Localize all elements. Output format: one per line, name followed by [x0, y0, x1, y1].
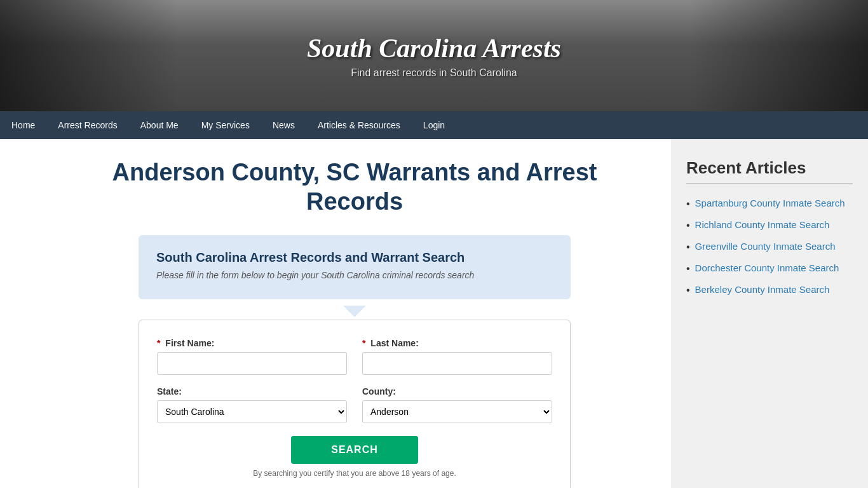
search-button[interactable]: SEARCH	[291, 436, 418, 464]
page-title: Anderson County, SC Warrants and Arrest …	[64, 158, 646, 216]
sidebar-title: Recent Articles	[686, 158, 853, 184]
site-title-wrap: South Carolina Arrests Find arrest recor…	[307, 33, 561, 79]
nav-item-arrest-records[interactable]: Arrest Records	[46, 111, 128, 139]
sidebar-link-greenville[interactable]: Greenville County Inmate Search	[695, 240, 836, 253]
search-box-subtitle: Please fill in the form below to begin y…	[156, 270, 553, 280]
county-group: County: Anderson Abbeville Aiken Berkele…	[362, 386, 552, 423]
sidebar-link-dorchester[interactable]: Dorchester County Inmate Search	[695, 262, 839, 274]
list-item: • Spartanburg County Inmate Search	[686, 197, 853, 210]
list-item: • Berkeley County Inmate Search	[686, 283, 853, 296]
last-name-required: *	[362, 338, 365, 348]
header-bars-right	[690, 0, 868, 111]
search-info-box: South Carolina Arrest Records and Warran…	[139, 235, 571, 299]
sidebar-link-berkeley[interactable]: Berkeley County Inmate Search	[695, 283, 830, 296]
state-group: State: South Carolina Alabama Alaska	[157, 386, 347, 423]
header-bars-left	[0, 0, 178, 111]
first-name-input[interactable]	[157, 352, 347, 375]
list-item: • Greenville County Inmate Search	[686, 240, 853, 253]
sidebar-link-richland[interactable]: Richland County Inmate Search	[695, 219, 830, 231]
sidebar-articles-list: • Spartanburg County Inmate Search • Ric…	[686, 197, 853, 296]
main-nav: Home Arrest Records About Me My Services…	[0, 111, 868, 139]
nav-item-about[interactable]: About Me	[129, 111, 190, 139]
site-header: South Carolina Arrests Find arrest recor…	[0, 0, 868, 111]
bullet-icon: •	[686, 285, 690, 296]
form-location-row: State: South Carolina Alabama Alaska Cou…	[157, 386, 552, 423]
list-item: • Richland County Inmate Search	[686, 219, 853, 231]
nav-item-services[interactable]: My Services	[190, 111, 261, 139]
main-content: Anderson County, SC Warrants and Arrest …	[0, 139, 671, 488]
state-label: State:	[157, 386, 347, 396]
site-tagline: Find arrest records in South Carolina	[307, 67, 561, 79]
last-name-label: * Last Name:	[362, 338, 552, 348]
last-name-group: * Last Name:	[362, 338, 552, 375]
first-name-label: * First Name:	[157, 338, 347, 348]
county-label: County:	[362, 386, 552, 396]
list-item: • Dorchester County Inmate Search	[686, 262, 853, 274]
sidebar: Recent Articles • Spartanburg County Inm…	[671, 139, 868, 488]
form-note: By searching you certify that you are ab…	[157, 469, 552, 478]
sidebar-link-spartanburg[interactable]: Spartanburg County Inmate Search	[695, 197, 845, 210]
county-select[interactable]: Anderson Abbeville Aiken Berkeley Dorche…	[362, 400, 552, 423]
first-name-group: * First Name:	[157, 338, 347, 375]
bullet-icon: •	[686, 198, 690, 210]
nav-item-login[interactable]: Login	[412, 111, 456, 139]
arrow-down-indicator	[64, 306, 646, 320]
last-name-input[interactable]	[362, 352, 552, 375]
site-title: South Carolina Arrests	[307, 33, 561, 64]
bullet-icon: •	[686, 263, 690, 274]
search-form-wrap: * First Name: * Last Name: State:	[139, 320, 571, 488]
main-wrap: Anderson County, SC Warrants and Arrest …	[0, 139, 868, 488]
bullet-icon: •	[686, 241, 690, 253]
bullet-icon: •	[686, 220, 690, 231]
nav-item-home[interactable]: Home	[0, 111, 46, 139]
nav-item-articles[interactable]: Articles & Resources	[306, 111, 412, 139]
search-box-title: South Carolina Arrest Records and Warran…	[156, 250, 553, 265]
form-name-row: * First Name: * Last Name:	[157, 338, 552, 375]
first-name-required: *	[157, 338, 160, 348]
state-select[interactable]: South Carolina Alabama Alaska	[157, 400, 347, 423]
nav-item-news[interactable]: News	[261, 111, 306, 139]
